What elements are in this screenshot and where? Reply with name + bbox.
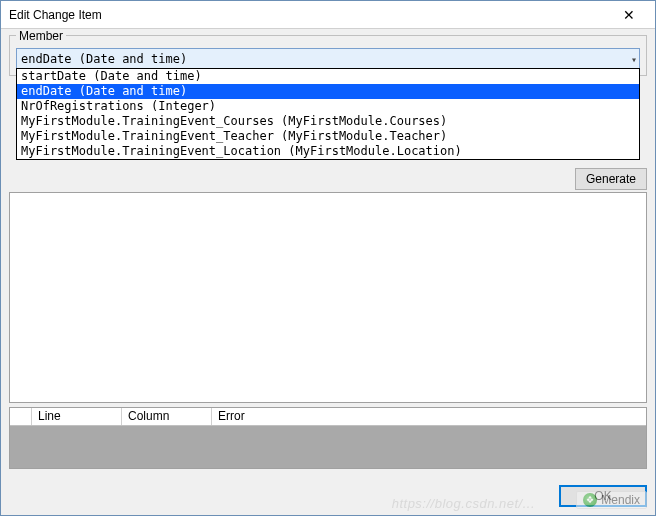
titlebar: Edit Change Item ✕ bbox=[1, 1, 655, 29]
error-panel: Line Column Error bbox=[9, 407, 647, 469]
combo-option-label: startDate (Date and time) bbox=[21, 69, 202, 83]
watermark-blog: https://blog.csdn.net/... bbox=[392, 496, 535, 511]
dialog-footer: https://blog.csdn.net/... OK ❖ Mendix bbox=[1, 477, 655, 515]
error-table-header: Line Column Error bbox=[10, 408, 646, 426]
error-col-column[interactable]: Column bbox=[122, 408, 212, 425]
member-combo-value: endDate (Date and time) bbox=[21, 52, 187, 66]
combo-option-label: MyFirstModule.TrainingEvent_Teacher (MyF… bbox=[21, 129, 447, 143]
combo-option-label-red: (Date and time) bbox=[79, 84, 187, 98]
chevron-down-icon: ▾ bbox=[631, 53, 637, 64]
combo-option[interactable]: NrOfRegistrations (Integer) bbox=[17, 99, 639, 114]
member-combo-display[interactable]: endDate (Date and time) ▾ bbox=[16, 48, 640, 69]
expression-editor[interactable] bbox=[9, 192, 647, 403]
combo-option[interactable]: endDate (Date and time) bbox=[17, 84, 639, 99]
error-col-gutter bbox=[10, 408, 32, 425]
close-button[interactable]: ✕ bbox=[611, 4, 647, 26]
combo-option[interactable]: MyFirstModule.TrainingEvent_Location (My… bbox=[17, 144, 639, 159]
close-icon: ✕ bbox=[623, 7, 635, 23]
generate-row: Generate bbox=[9, 168, 647, 190]
error-table-body bbox=[10, 426, 646, 468]
combo-option[interactable]: MyFirstModule.TrainingEvent_Courses (MyF… bbox=[17, 114, 639, 129]
error-col-error[interactable]: Error bbox=[212, 408, 646, 425]
combo-option-label-pre: endDate bbox=[21, 84, 79, 98]
dialog-window: Edit Change Item ✕ Member endDate (Date … bbox=[0, 0, 656, 516]
error-col-line[interactable]: Line bbox=[32, 408, 122, 425]
ok-button[interactable]: OK bbox=[559, 485, 647, 507]
combo-option[interactable]: startDate (Date and time) bbox=[17, 69, 639, 84]
generate-button[interactable]: Generate bbox=[575, 168, 647, 190]
dialog-content: Member endDate (Date and time) ▾ startDa… bbox=[1, 29, 655, 477]
member-legend: Member bbox=[16, 29, 66, 43]
combo-option[interactable]: MyFirstModule.TrainingEvent_Teacher (MyF… bbox=[17, 129, 639, 144]
member-fieldset: Member endDate (Date and time) ▾ startDa… bbox=[9, 35, 647, 76]
combo-option-label: MyFirstModule.TrainingEvent_Courses (MyF… bbox=[21, 114, 447, 128]
member-combobox[interactable]: endDate (Date and time) ▾ startDate (Dat… bbox=[16, 48, 640, 69]
combo-option-label: MyFirstModule.TrainingEvent_Location (My… bbox=[21, 144, 462, 158]
member-combo-dropdown: startDate (Date and time) endDate (Date … bbox=[16, 68, 640, 160]
combo-option-label: NrOfRegistrations (Integer) bbox=[21, 99, 216, 113]
window-title: Edit Change Item bbox=[9, 8, 102, 22]
